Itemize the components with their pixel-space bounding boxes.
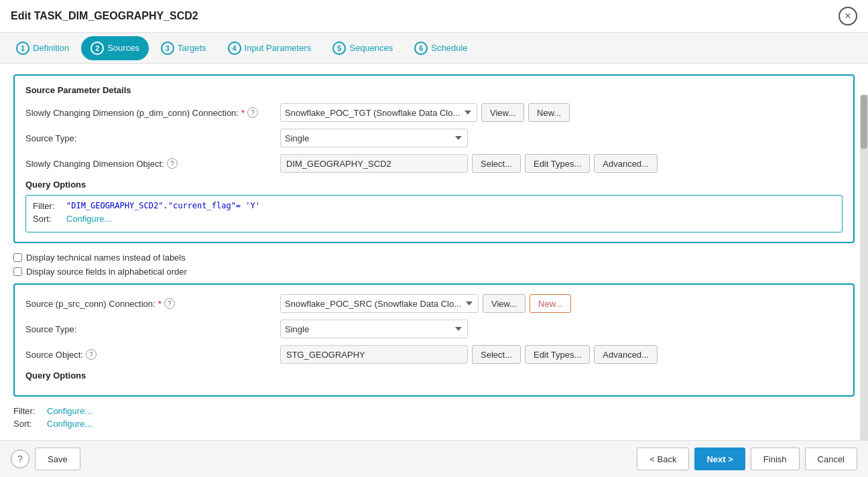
cancel-button[interactable]: Cancel xyxy=(805,448,857,470)
query-box-1: Filter: "DIM_GEOGRAPHY_SCD2"."current_fl… xyxy=(25,195,843,232)
dim-type-dropdown[interactable]: Single xyxy=(280,129,468,147)
dim-conn-new-button[interactable]: New... xyxy=(528,103,570,122)
filter-row-2: Filter: Configure... xyxy=(13,406,855,416)
dim-type-row: Source Type: Single xyxy=(25,129,843,147)
dialog-header: Edit TASK_DIM_GEOGRAPHY_SCD2 × xyxy=(0,0,868,33)
dim-obj-input[interactable] xyxy=(280,154,468,173)
main-area: Source Parameter Details Slowly Changing… xyxy=(0,64,868,440)
source-parameter-box: Source Parameter Details Slowly Changing… xyxy=(13,74,855,243)
dim-obj-controls: Select... Edit Types... Advanced... xyxy=(280,154,843,173)
technical-label: Display technical names instead of label… xyxy=(26,253,186,263)
dim-obj-row: Slowly Changing Dimension Object: ? Sele… xyxy=(25,154,843,173)
save-button[interactable]: Save xyxy=(35,448,80,470)
dim-conn-dropdown[interactable]: Snowflake_POC_TGT (Snowflake Data Clo... xyxy=(280,103,477,122)
dim-conn-label: Slowly Changing Dimension (p_dim_conn) C… xyxy=(25,107,280,118)
tab-label-schedule: Schedule xyxy=(431,43,467,53)
tab-num-3: 3 xyxy=(161,42,174,55)
src-conn-view-button[interactable]: View... xyxy=(483,294,525,313)
dim-obj-select-button[interactable]: Select... xyxy=(472,154,521,173)
alphabetical-checkbox[interactable] xyxy=(13,267,22,276)
edit-dialog: Edit TASK_DIM_GEOGRAPHY_SCD2 × 1 Definit… xyxy=(0,0,868,477)
query-options-1-title: Query Options xyxy=(25,180,843,190)
src-type-controls: Single xyxy=(280,320,843,338)
tabs-bar: 1 Definition 2 Sources 3 Targets 4 Input… xyxy=(0,33,868,64)
sort-configure-link-1[interactable]: Configure... xyxy=(66,214,111,224)
footer-left: ? Save xyxy=(11,448,80,470)
finish-button[interactable]: Finish xyxy=(751,448,800,470)
footer-help-button[interactable]: ? xyxy=(11,450,29,468)
src-conn-new-button[interactable]: New... xyxy=(530,294,571,313)
tab-sequences[interactable]: 5 Sequences xyxy=(323,36,402,60)
sort-row-1: Sort: Configure... xyxy=(33,214,835,224)
filter-value-1: "DIM_GEOGRAPHY_SCD2"."current_flag"= 'Y' xyxy=(66,201,260,210)
dim-conn-view-button[interactable]: View... xyxy=(481,103,524,122)
dim-obj-edit-button[interactable]: Edit Types... xyxy=(525,154,590,173)
tab-schedule[interactable]: 6 Schedule xyxy=(405,36,477,60)
sort-label-1: Sort: xyxy=(33,214,66,224)
src-conn-controls: Snowflake_POC_SRC (Snowflake Data Clo...… xyxy=(280,294,843,313)
sort-configure-link-2[interactable]: Configure... xyxy=(47,419,92,429)
footer-right: < Back Next > Finish Cancel xyxy=(637,448,857,470)
sort-label-2: Sort: xyxy=(13,419,47,429)
filter-row-1: Filter: "DIM_GEOGRAPHY_SCD2"."current_fl… xyxy=(33,201,835,211)
tab-label-sequences: Sequences xyxy=(349,43,393,53)
src-obj-row: Source Object: ? Select... Edit Types...… xyxy=(25,345,843,364)
tab-num-2: 2 xyxy=(90,42,104,55)
src-obj-advanced-button[interactable]: Advanced... xyxy=(594,345,658,364)
dim-conn-controls: Snowflake_POC_TGT (Snowflake Data Clo...… xyxy=(280,103,843,122)
checkbox-technical: Display technical names instead of label… xyxy=(13,253,855,263)
src-obj-input[interactable] xyxy=(280,345,468,364)
query-options-1: Query Options Filter: "DIM_GEOGRAPHY_SCD… xyxy=(25,180,843,232)
dialog-title: Edit TASK_DIM_GEOGRAPHY_SCD2 xyxy=(11,10,198,22)
src-obj-help-icon[interactable]: ? xyxy=(86,349,97,360)
src-conn-dropdown[interactable]: Snowflake_POC_SRC (Snowflake Data Clo... xyxy=(280,294,479,313)
source-conn-box: Source (p_src_conn) Connection: * ? Snow… xyxy=(13,283,855,397)
src-obj-edit-button[interactable]: Edit Types... xyxy=(525,345,590,364)
src-obj-controls: Select... Edit Types... Advanced... xyxy=(280,345,843,364)
checkbox-alphabetical: Display source fields in alphabetical or… xyxy=(13,267,855,277)
src-type-label: Source Type: xyxy=(25,324,280,334)
tab-targets[interactable]: 3 Targets xyxy=(151,36,216,60)
tab-sources[interactable]: 2 Sources xyxy=(81,36,149,60)
dim-type-controls: Single xyxy=(280,129,843,147)
src-conn-help-icon[interactable]: ? xyxy=(164,298,175,309)
content-scroll: Source Parameter Details Slowly Changing… xyxy=(0,64,868,440)
scrollbar-thumb xyxy=(861,95,867,149)
filter-configure-link-2[interactable]: Configure... xyxy=(47,406,92,416)
checkboxes-section: Display technical names instead of label… xyxy=(13,253,855,277)
tab-num-5: 5 xyxy=(332,42,346,55)
src-conn-label: Source (p_src_conn) Connection: * ? xyxy=(25,298,280,309)
tab-label-targets: Targets xyxy=(178,43,206,53)
tab-label-sources: Sources xyxy=(107,43,139,53)
tab-input-parameters[interactable]: 4 Input Parameters xyxy=(219,36,321,60)
dim-obj-help-icon[interactable]: ? xyxy=(167,158,178,169)
dim-obj-label: Slowly Changing Dimension Object: ? xyxy=(25,158,280,169)
dim-obj-advanced-button[interactable]: Advanced... xyxy=(594,154,658,173)
back-button[interactable]: < Back xyxy=(637,448,689,470)
src-type-dropdown[interactable]: Single xyxy=(280,320,468,338)
src-obj-label: Source Object: ? xyxy=(25,349,280,360)
dim-conn-help-icon[interactable]: ? xyxy=(247,107,258,118)
src-obj-select-button[interactable]: Select... xyxy=(472,345,521,364)
src-conn-row: Source (p_src_conn) Connection: * ? Snow… xyxy=(25,294,843,313)
tab-definition[interactable]: 1 Definition xyxy=(7,36,78,60)
technical-checkbox[interactable] xyxy=(13,253,22,262)
tab-label-input-parameters: Input Parameters xyxy=(245,43,312,53)
dim-conn-row: Slowly Changing Dimension (p_dim_conn) C… xyxy=(25,103,843,122)
src-type-row: Source Type: Single xyxy=(25,320,843,338)
scrollbar[interactable] xyxy=(860,94,868,440)
close-button[interactable]: × xyxy=(839,7,857,25)
dialog-footer: ? Save < Back Next > Finish Cancel xyxy=(0,440,868,477)
next-button[interactable]: Next > xyxy=(694,448,745,470)
filter-label-1: Filter: xyxy=(33,201,66,211)
filter-label-2: Filter: xyxy=(13,406,47,416)
query-options-2-title: Query Options xyxy=(25,370,843,381)
query-options-inner-2: Query Options xyxy=(25,370,843,381)
source-parameter-title: Source Parameter Details xyxy=(25,85,843,95)
alphabetical-label: Display source fields in alphabetical or… xyxy=(26,267,187,277)
tab-label-definition: Definition xyxy=(33,43,69,53)
sort-row-2: Sort: Configure... xyxy=(13,419,855,429)
query-options-2-outer: Filter: Configure... Sort: Configure... xyxy=(13,406,855,429)
dim-type-label: Source Type: xyxy=(25,133,280,143)
tab-num-4: 4 xyxy=(228,42,241,55)
